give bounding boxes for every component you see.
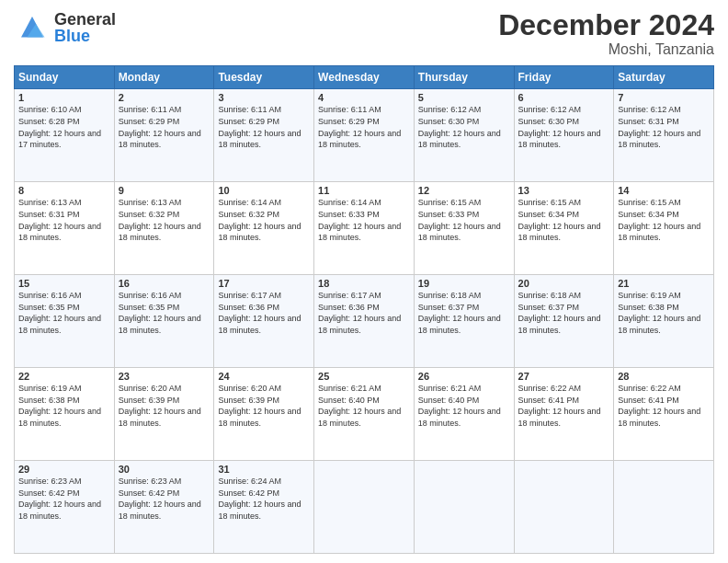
day-info: Sunrise: 6:22 AMSunset: 6:41 PMDaylight:… bbox=[518, 384, 601, 428]
day-number: 25 bbox=[318, 371, 410, 382]
day-info: Sunrise: 6:23 AMSunset: 6:42 PMDaylight:… bbox=[119, 477, 201, 521]
calendar-cell: 28 Sunrise: 6:22 AMSunset: 6:41 PMDaylig… bbox=[614, 368, 714, 461]
weekday-header-monday: Monday bbox=[114, 66, 214, 89]
page-subtitle: Moshi, Tanzania bbox=[498, 41, 714, 58]
calendar-cell bbox=[614, 461, 714, 554]
day-info: Sunrise: 6:12 AMSunset: 6:31 PMDaylight:… bbox=[618, 105, 700, 149]
calendar-header-row: SundayMondayTuesdayWednesdayThursdayFrid… bbox=[15, 66, 714, 89]
day-info: Sunrise: 6:11 AMSunset: 6:29 PMDaylight:… bbox=[119, 105, 201, 149]
calendar-week-row: 8 Sunrise: 6:13 AMSunset: 6:31 PMDayligh… bbox=[15, 182, 714, 275]
day-info: Sunrise: 6:14 AMSunset: 6:33 PMDaylight:… bbox=[318, 198, 401, 242]
day-info: Sunrise: 6:18 AMSunset: 6:37 PMDaylight:… bbox=[518, 291, 601, 335]
calendar-cell: 20 Sunrise: 6:18 AMSunset: 6:37 PMDaylig… bbox=[514, 275, 614, 368]
calendar-cell: 10 Sunrise: 6:14 AMSunset: 6:32 PMDaylig… bbox=[214, 182, 314, 275]
day-number: 15 bbox=[18, 278, 110, 289]
day-number: 23 bbox=[119, 371, 210, 382]
calendar-cell: 26 Sunrise: 6:21 AMSunset: 6:40 PMDaylig… bbox=[414, 368, 514, 461]
day-number: 18 bbox=[318, 278, 410, 289]
weekday-header-sunday: Sunday bbox=[15, 66, 115, 89]
calendar-week-row: 29 Sunrise: 6:23 AMSunset: 6:42 PMDaylig… bbox=[15, 461, 714, 554]
day-number: 16 bbox=[119, 278, 210, 289]
day-number: 26 bbox=[418, 371, 510, 382]
logo-icon bbox=[14, 9, 51, 46]
day-number: 8 bbox=[18, 185, 110, 196]
day-info: Sunrise: 6:15 AMSunset: 6:34 PMDaylight:… bbox=[518, 198, 601, 242]
logo: General Blue bbox=[14, 9, 116, 46]
day-number: 27 bbox=[518, 371, 610, 382]
day-number: 6 bbox=[518, 92, 610, 103]
calendar-cell: 12 Sunrise: 6:15 AMSunset: 6:33 PMDaylig… bbox=[414, 182, 514, 275]
page-title: December 2024 bbox=[498, 9, 714, 41]
calendar-cell: 11 Sunrise: 6:14 AMSunset: 6:33 PMDaylig… bbox=[314, 182, 415, 275]
calendar-cell: 22 Sunrise: 6:19 AMSunset: 6:38 PMDaylig… bbox=[15, 368, 115, 461]
day-number: 3 bbox=[218, 92, 310, 103]
day-info: Sunrise: 6:12 AMSunset: 6:30 PMDaylight:… bbox=[418, 105, 501, 149]
day-number: 28 bbox=[618, 371, 710, 382]
calendar-week-row: 15 Sunrise: 6:16 AMSunset: 6:35 PMDaylig… bbox=[15, 275, 714, 368]
calendar-cell: 1 Sunrise: 6:10 AMSunset: 6:28 PMDayligh… bbox=[15, 89, 115, 182]
header: General Blue December 2024 Moshi, Tanzan… bbox=[14, 9, 714, 58]
title-area: December 2024 Moshi, Tanzania bbox=[498, 9, 714, 58]
calendar-cell: 9 Sunrise: 6:13 AMSunset: 6:32 PMDayligh… bbox=[114, 182, 214, 275]
day-number: 12 bbox=[418, 185, 510, 196]
day-info: Sunrise: 6:20 AMSunset: 6:39 PMDaylight:… bbox=[218, 384, 301, 428]
day-info: Sunrise: 6:16 AMSunset: 6:35 PMDaylight:… bbox=[119, 291, 201, 335]
calendar-cell: 8 Sunrise: 6:13 AMSunset: 6:31 PMDayligh… bbox=[15, 182, 115, 275]
day-info: Sunrise: 6:20 AMSunset: 6:39 PMDaylight:… bbox=[119, 384, 201, 428]
calendar-cell: 21 Sunrise: 6:19 AMSunset: 6:38 PMDaylig… bbox=[614, 275, 714, 368]
day-info: Sunrise: 6:14 AMSunset: 6:32 PMDaylight:… bbox=[218, 198, 301, 242]
calendar-cell bbox=[514, 461, 614, 554]
logo-text: General Blue bbox=[54, 11, 116, 44]
day-info: Sunrise: 6:18 AMSunset: 6:37 PMDaylight:… bbox=[418, 291, 501, 335]
calendar-cell: 19 Sunrise: 6:18 AMSunset: 6:37 PMDaylig… bbox=[414, 275, 514, 368]
calendar-cell: 7 Sunrise: 6:12 AMSunset: 6:31 PMDayligh… bbox=[614, 89, 714, 182]
day-info: Sunrise: 6:10 AMSunset: 6:28 PMDaylight:… bbox=[18, 105, 101, 149]
calendar-cell: 5 Sunrise: 6:12 AMSunset: 6:30 PMDayligh… bbox=[414, 89, 514, 182]
calendar-cell: 3 Sunrise: 6:11 AMSunset: 6:29 PMDayligh… bbox=[214, 89, 314, 182]
calendar-cell: 25 Sunrise: 6:21 AMSunset: 6:40 PMDaylig… bbox=[314, 368, 415, 461]
day-info: Sunrise: 6:19 AMSunset: 6:38 PMDaylight:… bbox=[618, 291, 700, 335]
day-info: Sunrise: 6:13 AMSunset: 6:31 PMDaylight:… bbox=[18, 198, 101, 242]
weekday-header-wednesday: Wednesday bbox=[314, 66, 415, 89]
day-number: 4 bbox=[318, 92, 410, 103]
day-number: 30 bbox=[119, 464, 210, 475]
day-number: 31 bbox=[218, 464, 310, 475]
day-info: Sunrise: 6:24 AMSunset: 6:42 PMDaylight:… bbox=[218, 477, 301, 521]
day-number: 9 bbox=[119, 185, 210, 196]
calendar-cell: 13 Sunrise: 6:15 AMSunset: 6:34 PMDaylig… bbox=[514, 182, 614, 275]
day-info: Sunrise: 6:15 AMSunset: 6:33 PMDaylight:… bbox=[418, 198, 501, 242]
day-number: 10 bbox=[218, 185, 310, 196]
day-number: 2 bbox=[119, 92, 210, 103]
day-info: Sunrise: 6:16 AMSunset: 6:35 PMDaylight:… bbox=[18, 291, 101, 335]
day-number: 22 bbox=[18, 371, 110, 382]
calendar-cell: 27 Sunrise: 6:22 AMSunset: 6:41 PMDaylig… bbox=[514, 368, 614, 461]
day-number: 29 bbox=[18, 464, 110, 475]
calendar-cell: 24 Sunrise: 6:20 AMSunset: 6:39 PMDaylig… bbox=[214, 368, 314, 461]
day-info: Sunrise: 6:11 AMSunset: 6:29 PMDaylight:… bbox=[218, 105, 301, 149]
day-number: 11 bbox=[318, 185, 410, 196]
day-info: Sunrise: 6:15 AMSunset: 6:34 PMDaylight:… bbox=[618, 198, 700, 242]
day-number: 14 bbox=[618, 185, 710, 196]
day-info: Sunrise: 6:17 AMSunset: 6:36 PMDaylight:… bbox=[318, 291, 401, 335]
day-info: Sunrise: 6:17 AMSunset: 6:36 PMDaylight:… bbox=[218, 291, 301, 335]
day-number: 21 bbox=[618, 278, 710, 289]
calendar-table: SundayMondayTuesdayWednesdayThursdayFrid… bbox=[14, 65, 714, 554]
day-info: Sunrise: 6:13 AMSunset: 6:32 PMDaylight:… bbox=[119, 198, 201, 242]
day-number: 17 bbox=[218, 278, 310, 289]
day-info: Sunrise: 6:12 AMSunset: 6:30 PMDaylight:… bbox=[518, 105, 601, 149]
day-number: 5 bbox=[418, 92, 510, 103]
logo-blue-text: Blue bbox=[54, 28, 116, 44]
day-info: Sunrise: 6:22 AMSunset: 6:41 PMDaylight:… bbox=[618, 384, 700, 428]
calendar-cell: 23 Sunrise: 6:20 AMSunset: 6:39 PMDaylig… bbox=[114, 368, 214, 461]
day-info: Sunrise: 6:21 AMSunset: 6:40 PMDaylight:… bbox=[318, 384, 401, 428]
calendar-cell: 30 Sunrise: 6:23 AMSunset: 6:42 PMDaylig… bbox=[114, 461, 214, 554]
page: General Blue December 2024 Moshi, Tanzan… bbox=[0, 0, 728, 563]
weekday-header-saturday: Saturday bbox=[614, 66, 714, 89]
calendar-cell: 31 Sunrise: 6:24 AMSunset: 6:42 PMDaylig… bbox=[214, 461, 314, 554]
logo-general-text: General bbox=[54, 11, 116, 28]
calendar-cell bbox=[414, 461, 514, 554]
day-info: Sunrise: 6:11 AMSunset: 6:29 PMDaylight:… bbox=[318, 105, 401, 149]
calendar-cell: 29 Sunrise: 6:23 AMSunset: 6:42 PMDaylig… bbox=[15, 461, 115, 554]
weekday-header-friday: Friday bbox=[514, 66, 614, 89]
calendar-cell: 2 Sunrise: 6:11 AMSunset: 6:29 PMDayligh… bbox=[114, 89, 214, 182]
